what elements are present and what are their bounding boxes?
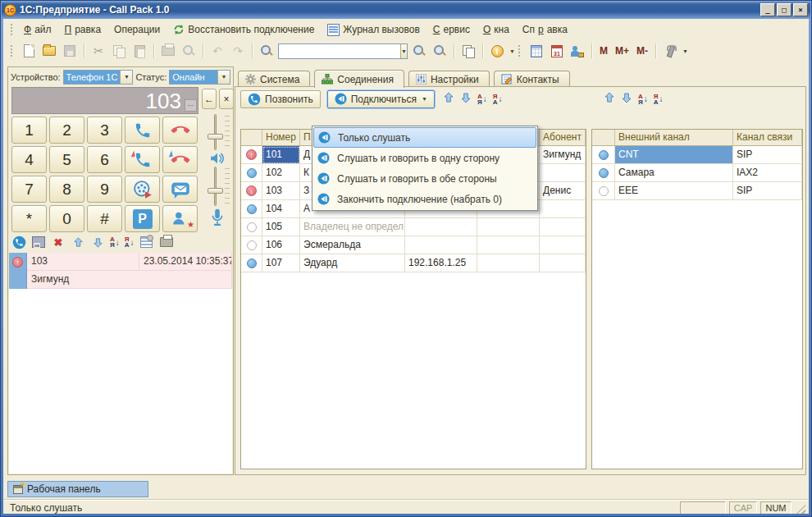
more-button[interactable]: ... xyxy=(185,99,197,112)
key-3[interactable]: 3 xyxy=(87,117,122,144)
new-button[interactable] xyxy=(20,42,38,60)
call-number[interactable]: 103 xyxy=(27,253,139,271)
table-row[interactable]: EEE SIP xyxy=(592,182,802,200)
paste-button[interactable] xyxy=(130,42,148,60)
table-row[interactable]: 107 Эдуард 192.168.1.25 xyxy=(241,254,586,272)
key-0[interactable]: 0 xyxy=(49,205,84,232)
calculator-button[interactable] xyxy=(527,42,545,60)
chan-sort-desc-button[interactable]: ЯА ↓ xyxy=(654,92,664,107)
dial-transfer-button[interactable] xyxy=(125,146,160,173)
abonent-cell[interactable]: Зигмунд xyxy=(540,146,586,164)
number-cell[interactable]: 105 xyxy=(262,218,300,236)
ip-cell[interactable]: 192.168.1.25 xyxy=(405,254,477,272)
row-selector[interactable]: ↑ xyxy=(9,253,27,271)
dial-add-contact-button[interactable]: ★ xyxy=(162,205,198,232)
close-button[interactable]: × xyxy=(793,3,808,16)
find-button[interactable] xyxy=(258,42,276,60)
menu-operations[interactable]: Операции xyxy=(107,22,167,37)
call-datetime[interactable]: 23.05.2014 10:35:37 xyxy=(139,253,232,271)
list-settings-button[interactable] xyxy=(139,235,154,249)
menu-restore-connection[interactable]: Восстановить подключение xyxy=(167,22,321,37)
channel-column-header[interactable]: Внешний канал xyxy=(615,130,733,146)
table-row[interactable]: 105 Владелец не определ... xyxy=(241,218,586,236)
table-row[interactable]: Самара IAX2 xyxy=(592,164,802,182)
clear-button[interactable]: × xyxy=(219,89,234,109)
chevron-down-icon[interactable]: ▼ xyxy=(120,71,132,84)
tab-connections[interactable]: Соединения xyxy=(314,70,404,88)
backspace-button[interactable]: ← xyxy=(202,89,217,109)
menu-item-listen-only[interactable]: Только слушать xyxy=(313,127,536,148)
conn-move-down-button[interactable] xyxy=(460,92,472,106)
abonent-cell[interactable]: Денис xyxy=(540,182,586,200)
call-log-row[interactable]: ↑ 103 23.05.2014 10:35:37 xyxy=(9,253,232,271)
call-log-row[interactable]: Зигмунд xyxy=(9,271,232,289)
number-column-header[interactable]: Номер xyxy=(262,130,300,146)
print-button[interactable] xyxy=(159,42,177,60)
number-cell[interactable]: 107 xyxy=(262,254,300,272)
key-9[interactable]: 9 xyxy=(87,176,122,203)
move-up-button[interactable] xyxy=(71,235,85,249)
speaker-volume-slider[interactable] xyxy=(205,114,230,150)
zoom-in-button[interactable] xyxy=(410,42,428,60)
save-log-button[interactable] xyxy=(31,235,46,249)
menu-item-listen-talk-one-way[interactable]: Слушать и говорить в одну сторону xyxy=(313,148,536,168)
minimize-button[interactable]: _ xyxy=(760,3,775,16)
dial-call-button[interactable] xyxy=(125,117,160,144)
type-column-header[interactable]: Канал связи xyxy=(733,130,802,146)
users-button[interactable] xyxy=(568,42,586,60)
menu-edit[interactable]: Правка xyxy=(58,22,108,37)
number-cell[interactable]: 101 xyxy=(262,146,300,164)
conn-move-up-button[interactable] xyxy=(443,92,454,106)
dial-hangup-transfer-button[interactable] xyxy=(162,146,198,173)
toolbar-grip[interactable] xyxy=(10,23,14,36)
print-preview-button[interactable] xyxy=(180,42,198,60)
status-select[interactable]: Онлайн ▼ xyxy=(169,70,230,85)
settings-button[interactable] xyxy=(661,42,679,60)
info-dropdown-caret[interactable]: ▼ xyxy=(509,48,515,54)
search-dropdown-button[interactable]: ▼ xyxy=(400,44,407,58)
slider-thumb[interactable] xyxy=(208,134,223,140)
type-cell[interactable]: SIP xyxy=(733,146,802,164)
menu-item-end-connection[interactable]: Закончить подключение (набрать 0) xyxy=(313,189,536,209)
call-name[interactable]: Зигмунд xyxy=(27,271,232,289)
type-cell[interactable]: SIP xyxy=(733,182,802,200)
chevron-down-icon[interactable]: ▼ xyxy=(217,71,230,84)
key-2[interactable]: 2 xyxy=(49,117,84,144)
menu-item-listen-talk-both-ways[interactable]: Слушать и говорить в обе стороны xyxy=(313,168,536,189)
device-select[interactable]: Телефон 1С ▼ xyxy=(63,70,134,85)
tab-system[interactable]: Система xyxy=(238,71,310,87)
chan-move-up-button[interactable] xyxy=(604,92,615,106)
resize-grip[interactable] xyxy=(795,505,805,514)
work-panel-tab[interactable]: Рабочая панель xyxy=(7,481,148,497)
menu-file[interactable]: Файл xyxy=(17,22,58,37)
number-cell[interactable]: 103 xyxy=(262,182,300,200)
calendar-button[interactable] xyxy=(548,42,566,60)
key-hash[interactable]: # xyxy=(87,205,122,232)
owner-cell[interactable]: Эдуард xyxy=(300,254,405,272)
dial-message-button[interactable] xyxy=(162,176,198,203)
sort-desc-button[interactable]: ЯА ↓ xyxy=(125,235,135,249)
mic-volume-slider[interactable] xyxy=(205,167,230,206)
print-log-button[interactable] xyxy=(159,235,174,249)
key-1[interactable]: 1 xyxy=(11,117,47,144)
dial-hangup-button[interactable] xyxy=(162,117,198,144)
settings-dropdown-caret[interactable]: ▼ xyxy=(682,48,688,54)
channel-cell[interactable]: CNT xyxy=(615,146,733,164)
tab-settings[interactable]: Настройки xyxy=(408,71,490,87)
key-star[interactable]: * xyxy=(11,205,47,232)
tab-contacts[interactable]: Контакты xyxy=(494,71,570,87)
conn-sort-asc-button[interactable]: АЯ ↓ xyxy=(477,92,487,107)
maximize-button[interactable]: □ xyxy=(777,3,791,16)
abonent-column-header[interactable]: Абонент xyxy=(540,130,586,146)
sort-asc-button[interactable]: АЯ ↓ xyxy=(110,235,120,249)
toolbar-grip[interactable] xyxy=(10,44,14,57)
save-button[interactable] xyxy=(61,42,79,60)
memory-minus-button[interactable]: M- xyxy=(634,45,650,57)
key-8[interactable]: 8 xyxy=(49,176,84,203)
copy-button[interactable] xyxy=(110,42,128,60)
type-cell[interactable]: IAX2 xyxy=(733,164,802,182)
windows-list-button[interactable] xyxy=(459,42,477,60)
menu-help[interactable]: Справка xyxy=(516,22,574,37)
open-button[interactable] xyxy=(40,42,58,60)
key-6[interactable]: 6 xyxy=(87,146,122,173)
